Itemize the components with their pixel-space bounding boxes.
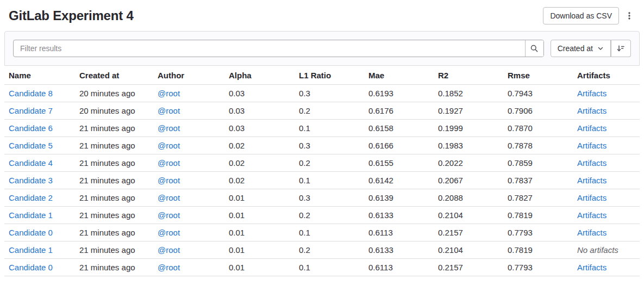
kebab-menu-button[interactable]	[622, 7, 636, 24]
artifacts-link[interactable]: Artifacts	[577, 176, 607, 185]
artifacts-link[interactable]: Artifacts	[577, 158, 607, 168]
table-cell: 0.1	[295, 259, 364, 276]
created-at-value: 21 minutes ago	[79, 141, 135, 150]
candidate-link[interactable]: Candidate 6	[9, 123, 53, 133]
l1-ratio-value: 0.1	[299, 123, 310, 133]
author-link[interactable]: @root	[158, 89, 180, 98]
candidate-link[interactable]: Candidate 1	[9, 210, 53, 220]
table-cell: Candidate 4	[4, 154, 75, 172]
rmse-value: 0.7943	[508, 89, 533, 98]
table-cell: Candidate 3	[4, 172, 75, 189]
table-cell: 0.03	[224, 85, 295, 102]
author-link[interactable]: @root	[158, 123, 180, 133]
author-link[interactable]: @root	[158, 176, 180, 185]
filter-results-input[interactable]	[14, 40, 525, 57]
artifacts-link[interactable]: Artifacts	[577, 89, 607, 98]
table-cell: 0.7943	[503, 85, 573, 102]
table-cell: 0.2157	[434, 224, 503, 242]
table-cell: 21 minutes ago	[75, 189, 153, 207]
author-link[interactable]: @root	[158, 228, 180, 237]
mae-value: 0.6158	[368, 123, 393, 133]
header-actions: Download as CSV	[543, 7, 636, 24]
table-cell: 0.6193	[364, 85, 434, 102]
table-row: Candidate 621 minutes ago@root0.030.10.6…	[4, 120, 640, 137]
table-cell: 0.2104	[434, 242, 503, 259]
table-cell: 0.01	[224, 189, 295, 207]
table-row: Candidate 121 minutes ago@root0.010.20.6…	[4, 242, 640, 259]
created-at-value: 21 minutes ago	[79, 123, 135, 133]
author-link[interactable]: @root	[158, 193, 180, 202]
table-cell: @root	[153, 242, 224, 259]
alpha-value: 0.03	[229, 89, 245, 98]
rmse-value: 0.7870	[508, 123, 533, 133]
table-cell: @root	[153, 259, 224, 276]
table-cell: @root	[153, 172, 224, 189]
artifacts-link[interactable]: Artifacts	[577, 263, 607, 272]
author-link[interactable]: @root	[158, 141, 180, 150]
alpha-value: 0.01	[229, 263, 245, 272]
table-cell: Artifacts	[573, 120, 640, 137]
artifacts-link[interactable]: Artifacts	[577, 193, 607, 202]
candidate-link[interactable]: Candidate 2	[9, 193, 53, 202]
table-cell: 21 minutes ago	[75, 137, 153, 154]
alpha-value: 0.01	[229, 245, 245, 255]
candidate-link[interactable]: Candidate 0	[9, 263, 53, 272]
author-link[interactable]: @root	[158, 263, 180, 272]
table-cell: @root	[153, 137, 224, 154]
candidate-link[interactable]: Candidate 7	[9, 106, 53, 115]
search-button[interactable]	[525, 40, 543, 57]
artifacts-link[interactable]: Artifacts	[577, 106, 607, 115]
l1-ratio-value: 0.1	[299, 228, 310, 237]
table-cell: 0.2	[295, 242, 364, 259]
author-link[interactable]: @root	[158, 245, 180, 255]
candidate-link[interactable]: Candidate 5	[9, 141, 53, 150]
artifacts-link[interactable]: Artifacts	[577, 210, 607, 220]
artifacts-link[interactable]: Artifacts	[577, 228, 607, 237]
page-header: GitLab Experiment 4 Download as CSV	[0, 0, 644, 31]
mae-value: 0.6166	[368, 141, 393, 150]
created-at-value: 21 minutes ago	[79, 193, 135, 202]
table-row: Candidate 521 minutes ago@root0.020.30.6…	[4, 137, 640, 154]
search-icon	[530, 44, 539, 53]
artifacts-link[interactable]: Artifacts	[577, 141, 607, 150]
r2-value: 0.2104	[438, 210, 463, 220]
table-cell: 0.7819	[503, 207, 573, 224]
created-at-value: 20 minutes ago	[79, 89, 135, 98]
table-row: Candidate 021 minutes ago@root0.010.10.6…	[4, 259, 640, 276]
l1-ratio-value: 0.2	[299, 245, 310, 255]
l1-ratio-value: 0.2	[299, 158, 310, 168]
sort-field-dropdown[interactable]: Created at	[551, 40, 611, 57]
column-header-mae: Mae	[364, 66, 434, 85]
table-cell: 0.6133	[364, 242, 434, 259]
table-cell: 20 minutes ago	[75, 85, 153, 102]
candidate-link[interactable]: Candidate 4	[9, 158, 53, 168]
r2-value: 0.2022	[438, 158, 463, 168]
rmse-value: 0.7827	[508, 193, 533, 202]
table-header: Name Created at Author Alpha L1 Ratio Ma…	[4, 66, 640, 85]
table-cell: 0.3	[295, 85, 364, 102]
download-csv-button[interactable]: Download as CSV	[543, 7, 619, 24]
author-link[interactable]: @root	[158, 210, 180, 220]
alpha-value: 0.01	[229, 210, 245, 220]
candidate-link[interactable]: Candidate 0	[9, 228, 53, 237]
candidate-link[interactable]: Candidate 8	[9, 89, 53, 98]
author-link[interactable]: @root	[158, 158, 180, 168]
created-at-value: 21 minutes ago	[79, 176, 135, 185]
table-cell: Candidate 1	[4, 242, 75, 259]
table-cell: Candidate 5	[4, 137, 75, 154]
table-row: Candidate 321 minutes ago@root0.020.10.6…	[4, 172, 640, 189]
table-cell: 0.02	[224, 154, 295, 172]
author-link[interactable]: @root	[158, 106, 180, 115]
table-cell: @root	[153, 120, 224, 137]
ellipsis-vertical-icon	[625, 11, 634, 20]
sort-direction-button[interactable]	[611, 40, 631, 57]
no-artifacts-label: No artifacts	[577, 245, 618, 255]
table-cell: Candidate 2	[4, 189, 75, 207]
table-row: Candidate 820 minutes ago@root0.030.30.6…	[4, 85, 640, 102]
table-row: Candidate 421 minutes ago@root0.020.20.6…	[4, 154, 640, 172]
artifacts-link[interactable]: Artifacts	[577, 123, 607, 133]
created-at-value: 21 minutes ago	[79, 210, 135, 220]
candidate-link[interactable]: Candidate 3	[9, 176, 53, 185]
candidate-link[interactable]: Candidate 1	[9, 245, 53, 255]
table-cell: 0.7878	[503, 137, 573, 154]
